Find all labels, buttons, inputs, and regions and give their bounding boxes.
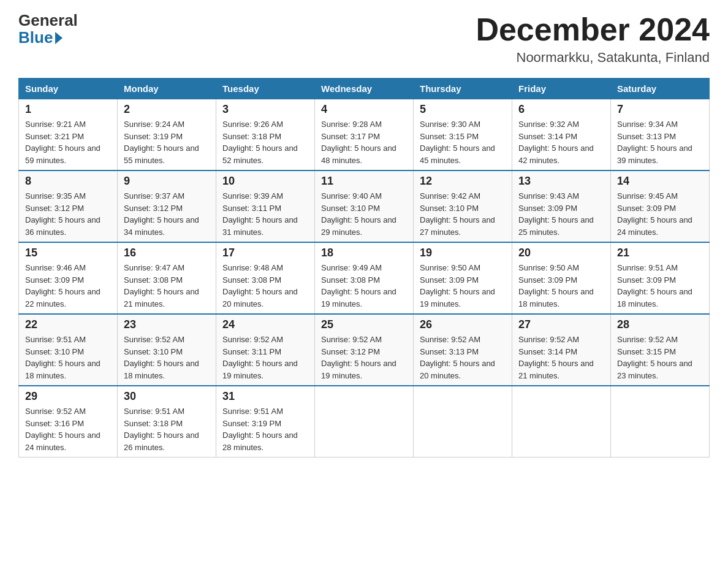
table-row: 24 Sunrise: 9:52 AMSunset: 3:11 PMDaylig… (216, 314, 315, 386)
day-number: 1 (25, 103, 111, 116)
table-row: 10 Sunrise: 9:39 AMSunset: 3:11 PMDaylig… (216, 170, 315, 242)
day-number: 4 (321, 103, 407, 116)
day-number: 28 (617, 318, 703, 331)
day-info: Sunrise: 9:39 AMSunset: 3:11 PMDaylight:… (222, 191, 298, 237)
day-number: 20 (518, 247, 604, 259)
table-row: 7 Sunrise: 9:34 AMSunset: 3:13 PMDayligh… (611, 99, 710, 171)
table-row: 30 Sunrise: 9:51 AMSunset: 3:18 PMDaylig… (118, 386, 216, 458)
table-row: 17 Sunrise: 9:48 AMSunset: 3:08 PMDaylig… (216, 242, 315, 314)
day-info: Sunrise: 9:42 AMSunset: 3:10 PMDaylight:… (420, 191, 495, 237)
table-row (512, 386, 611, 458)
table-row: 19 Sunrise: 9:50 AMSunset: 3:09 PMDaylig… (414, 242, 512, 314)
table-row: 1 Sunrise: 9:21 AMSunset: 3:21 PMDayligh… (19, 99, 118, 171)
day-info: Sunrise: 9:21 AMSunset: 3:21 PMDaylight:… (25, 120, 100, 165)
logo-blue-text: Blue (18, 28, 64, 47)
day-number: 24 (222, 318, 308, 331)
day-info: Sunrise: 9:37 AMSunset: 3:12 PMDaylight:… (124, 191, 199, 237)
day-number: 3 (222, 103, 308, 116)
day-number: 11 (321, 175, 407, 188)
day-info: Sunrise: 9:43 AMSunset: 3:09 PMDaylight:… (518, 191, 594, 237)
day-number: 30 (124, 390, 210, 403)
calendar-header-row: Sunday Monday Tuesday Wednesday Thursday… (19, 79, 710, 99)
table-row: 3 Sunrise: 9:26 AMSunset: 3:18 PMDayligh… (216, 99, 315, 171)
day-info: Sunrise: 9:51 AMSunset: 3:19 PMDaylight:… (222, 407, 298, 452)
table-row: 27 Sunrise: 9:52 AMSunset: 3:14 PMDaylig… (512, 314, 611, 386)
day-info: Sunrise: 9:28 AMSunset: 3:17 PMDaylight:… (321, 120, 396, 165)
table-row: 11 Sunrise: 9:40 AMSunset: 3:10 PMDaylig… (315, 170, 414, 242)
day-number: 8 (25, 175, 111, 188)
day-info: Sunrise: 9:51 AMSunset: 3:10 PMDaylight:… (25, 335, 100, 380)
table-row (611, 386, 710, 458)
table-row: 25 Sunrise: 9:52 AMSunset: 3:12 PMDaylig… (315, 314, 414, 386)
table-row: 14 Sunrise: 9:45 AMSunset: 3:09 PMDaylig… (611, 170, 710, 242)
table-row: 5 Sunrise: 9:30 AMSunset: 3:15 PMDayligh… (414, 99, 512, 171)
calendar-week-row: 1 Sunrise: 9:21 AMSunset: 3:21 PMDayligh… (19, 99, 710, 171)
calendar-table: Sunday Monday Tuesday Wednesday Thursday… (18, 78, 710, 458)
day-number: 6 (518, 103, 604, 116)
calendar-week-row: 15 Sunrise: 9:46 AMSunset: 3:09 PMDaylig… (19, 242, 710, 314)
logo-general-text: General (18, 12, 78, 28)
day-number: 29 (25, 390, 111, 403)
day-info: Sunrise: 9:40 AMSunset: 3:10 PMDaylight:… (321, 191, 396, 237)
day-number: 9 (124, 175, 210, 188)
calendar-week-row: 8 Sunrise: 9:35 AMSunset: 3:12 PMDayligh… (19, 170, 710, 242)
day-number: 7 (617, 103, 703, 116)
day-info: Sunrise: 9:24 AMSunset: 3:19 PMDaylight:… (124, 120, 199, 165)
day-number: 12 (420, 175, 506, 188)
table-row: 12 Sunrise: 9:42 AMSunset: 3:10 PMDaylig… (414, 170, 512, 242)
day-info: Sunrise: 9:51 AMSunset: 3:09 PMDaylight:… (617, 263, 692, 308)
table-row: 13 Sunrise: 9:43 AMSunset: 3:09 PMDaylig… (512, 170, 611, 242)
day-info: Sunrise: 9:34 AMSunset: 3:13 PMDaylight:… (617, 120, 692, 165)
day-number: 2 (124, 103, 210, 116)
day-number: 17 (222, 247, 308, 259)
day-number: 13 (518, 175, 604, 188)
day-number: 31 (222, 390, 308, 403)
logo: General Blue (18, 12, 78, 47)
calendar-week-row: 29 Sunrise: 9:52 AMSunset: 3:16 PMDaylig… (19, 386, 710, 458)
day-info: Sunrise: 9:52 AMSunset: 3:12 PMDaylight:… (321, 335, 396, 380)
day-info: Sunrise: 9:30 AMSunset: 3:15 PMDaylight:… (420, 120, 495, 165)
day-number: 16 (124, 247, 210, 259)
table-row: 22 Sunrise: 9:51 AMSunset: 3:10 PMDaylig… (19, 314, 118, 386)
table-row: 16 Sunrise: 9:47 AMSunset: 3:08 PMDaylig… (118, 242, 216, 314)
day-number: 14 (617, 175, 703, 188)
table-row: 2 Sunrise: 9:24 AMSunset: 3:19 PMDayligh… (118, 99, 216, 171)
day-info: Sunrise: 9:46 AMSunset: 3:09 PMDaylight:… (25, 263, 100, 308)
day-info: Sunrise: 9:52 AMSunset: 3:15 PMDaylight:… (617, 335, 692, 380)
table-row: 21 Sunrise: 9:51 AMSunset: 3:09 PMDaylig… (611, 242, 710, 314)
col-wednesday: Wednesday (315, 79, 414, 99)
day-number: 22 (25, 318, 111, 331)
table-row: 6 Sunrise: 9:32 AMSunset: 3:14 PMDayligh… (512, 99, 611, 171)
table-row: 8 Sunrise: 9:35 AMSunset: 3:12 PMDayligh… (19, 170, 118, 242)
location-subtitle: Noormarkku, Satakunta, Finland (476, 50, 710, 66)
day-number: 26 (420, 318, 506, 331)
day-number: 27 (518, 318, 604, 331)
col-monday: Monday (118, 79, 216, 99)
title-block: December 2024 Noormarkku, Satakunta, Fin… (476, 12, 710, 66)
table-row: 9 Sunrise: 9:37 AMSunset: 3:12 PMDayligh… (118, 170, 216, 242)
day-info: Sunrise: 9:26 AMSunset: 3:18 PMDaylight:… (222, 120, 298, 165)
table-row: 15 Sunrise: 9:46 AMSunset: 3:09 PMDaylig… (19, 242, 118, 314)
table-row: 4 Sunrise: 9:28 AMSunset: 3:17 PMDayligh… (315, 99, 414, 171)
day-info: Sunrise: 9:48 AMSunset: 3:08 PMDaylight:… (222, 263, 298, 308)
col-saturday: Saturday (611, 79, 710, 99)
logo-triangle-icon (55, 32, 63, 44)
table-row: 18 Sunrise: 9:49 AMSunset: 3:08 PMDaylig… (315, 242, 414, 314)
day-info: Sunrise: 9:52 AMSunset: 3:16 PMDaylight:… (25, 407, 100, 452)
table-row: 29 Sunrise: 9:52 AMSunset: 3:16 PMDaylig… (19, 386, 118, 458)
col-friday: Friday (512, 79, 611, 99)
day-info: Sunrise: 9:52 AMSunset: 3:11 PMDaylight:… (222, 335, 298, 380)
table-row (315, 386, 414, 458)
col-thursday: Thursday (414, 79, 512, 99)
day-info: Sunrise: 9:50 AMSunset: 3:09 PMDaylight:… (518, 263, 594, 308)
day-number: 10 (222, 175, 308, 188)
day-number: 25 (321, 318, 407, 331)
day-info: Sunrise: 9:51 AMSunset: 3:18 PMDaylight:… (124, 407, 199, 452)
table-row (414, 386, 512, 458)
calendar-week-row: 22 Sunrise: 9:51 AMSunset: 3:10 PMDaylig… (19, 314, 710, 386)
table-row: 31 Sunrise: 9:51 AMSunset: 3:19 PMDaylig… (216, 386, 315, 458)
day-info: Sunrise: 9:47 AMSunset: 3:08 PMDaylight:… (124, 263, 199, 308)
day-info: Sunrise: 9:49 AMSunset: 3:08 PMDaylight:… (321, 263, 396, 308)
col-sunday: Sunday (19, 79, 118, 99)
table-row: 23 Sunrise: 9:52 AMSunset: 3:10 PMDaylig… (118, 314, 216, 386)
